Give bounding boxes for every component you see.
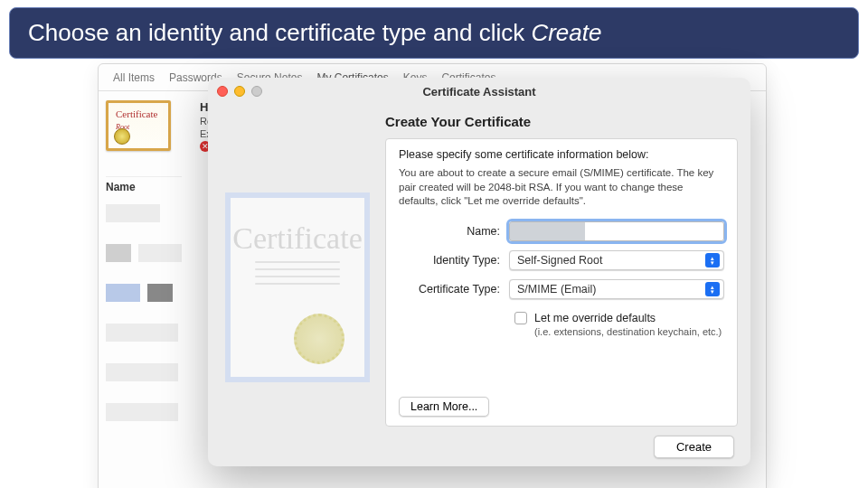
create-button[interactable]: Create bbox=[654, 436, 734, 458]
override-defaults-checkbox[interactable] bbox=[514, 312, 527, 324]
list-item[interactable] bbox=[106, 284, 182, 302]
identity-type-label: Identity Type: bbox=[399, 254, 509, 267]
instruction-banner: Choose an identity and certificate type … bbox=[9, 7, 859, 59]
seal-icon bbox=[114, 128, 130, 145]
list-item[interactable] bbox=[106, 363, 182, 381]
banner-text: Choose an identity and certificate type … bbox=[28, 19, 531, 46]
certificate-type-value: S/MIME (Email) bbox=[517, 283, 597, 296]
identity-type-select[interactable]: Self-Signed Root ▴▾ bbox=[509, 250, 724, 270]
form-panel: Please specify some certificate informat… bbox=[385, 138, 738, 427]
list-item[interactable] bbox=[106, 244, 182, 262]
certificate-watermark: Certificate bbox=[225, 192, 370, 382]
learn-more-button[interactable]: Learn More... bbox=[399, 397, 489, 417]
override-defaults-label: Let me override defaults bbox=[534, 312, 656, 324]
list-rows bbox=[106, 204, 182, 421]
list-item[interactable] bbox=[106, 324, 182, 342]
certificate-type-label: Certificate Type: bbox=[399, 283, 509, 296]
window-title: Certificate Assistant bbox=[208, 85, 750, 99]
identity-type-value: Self-Signed Root bbox=[517, 254, 603, 267]
tab-all-items[interactable]: All Items bbox=[113, 70, 155, 90]
description-text: You are about to create a secure email (… bbox=[399, 166, 724, 209]
column-header-name[interactable]: Name bbox=[106, 176, 182, 197]
titlebar: Certificate Assistant bbox=[208, 78, 750, 105]
name-input[interactable] bbox=[509, 221, 724, 241]
banner-emph: Create bbox=[531, 19, 601, 46]
certificate-icon: Certificate Root bbox=[106, 100, 171, 151]
chevron-updown-icon: ▴▾ bbox=[705, 282, 720, 296]
page-heading: Create Your Certificate bbox=[385, 114, 738, 129]
name-label: Name: bbox=[399, 225, 509, 238]
override-hint: (i.e. extensions, destination keychain, … bbox=[534, 326, 724, 337]
list-item[interactable] bbox=[106, 204, 182, 222]
certificate-type-select[interactable]: S/MIME (Email) ▴▾ bbox=[509, 279, 724, 299]
list-item[interactable] bbox=[106, 403, 182, 421]
chevron-updown-icon: ▴▾ bbox=[705, 253, 720, 267]
seal-icon bbox=[294, 314, 344, 364]
lead-text: Please specify some certificate informat… bbox=[399, 148, 724, 161]
certificate-assistant-dialog: Certificate Assistant Certificate Create… bbox=[208, 78, 750, 466]
